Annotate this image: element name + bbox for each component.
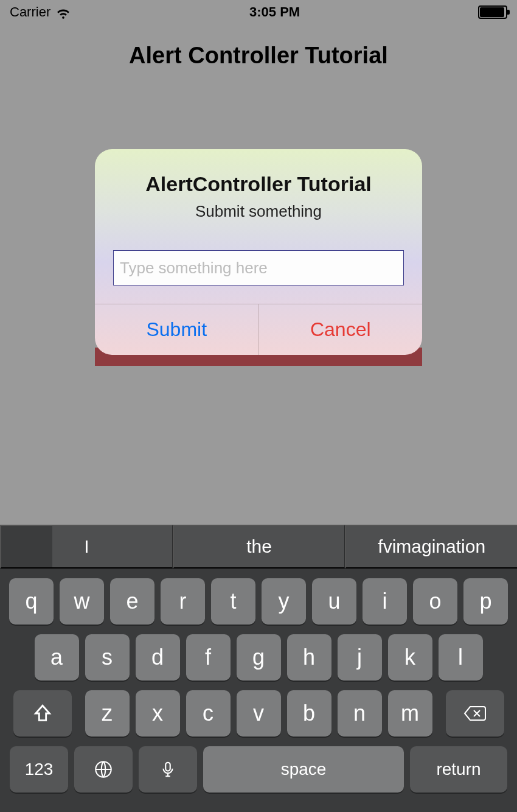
key-c[interactable]: c: [186, 690, 231, 737]
keyboard-row-2: a s d f g h j k l: [5, 634, 512, 681]
globe-icon: [93, 759, 114, 780]
key-u[interactable]: u: [312, 578, 356, 625]
alert-input-wrap: [95, 238, 422, 304]
key-f[interactable]: f: [186, 634, 231, 681]
key-o[interactable]: o: [413, 578, 457, 625]
carrier-label: Carrier: [10, 4, 50, 20]
page-title: Alert Controller Tutorial: [0, 43, 517, 69]
key-j[interactable]: j: [338, 634, 382, 681]
battery-icon: [478, 5, 507, 19]
key-n[interactable]: n: [338, 690, 382, 737]
prediction-2[interactable]: the: [173, 525, 345, 569]
key-i[interactable]: i: [363, 578, 407, 625]
wifi-icon: [55, 4, 71, 20]
key-e[interactable]: e: [110, 578, 154, 625]
keyboard-row-3: z x c v b n m: [5, 690, 512, 737]
keyboard: I the fvimagination q w e r t y u i o p …: [0, 525, 517, 812]
space-key[interactable]: space: [203, 746, 404, 793]
key-r[interactable]: r: [161, 578, 205, 625]
prediction-3[interactable]: fvimagination: [345, 525, 517, 569]
key-a[interactable]: a: [35, 634, 79, 681]
svg-rect-1: [165, 763, 170, 771]
key-q[interactable]: q: [9, 578, 54, 625]
key-p[interactable]: p: [463, 578, 508, 625]
backspace-key[interactable]: [446, 690, 504, 737]
prediction-bar: I the fvimagination: [0, 525, 517, 569]
keyboard-rows: q w e r t y u i o p a s d f g h j k l: [0, 569, 517, 806]
alert-header: AlertController Tutorial Submit somethin…: [95, 149, 422, 238]
key-g[interactable]: g: [237, 634, 281, 681]
key-v[interactable]: v: [237, 690, 281, 737]
cancel-button[interactable]: Cancel: [259, 304, 423, 355]
key-y[interactable]: y: [262, 578, 306, 625]
key-m[interactable]: m: [388, 690, 432, 737]
key-t[interactable]: t: [211, 578, 255, 625]
alert-button-row: Submit Cancel: [95, 304, 422, 355]
return-key[interactable]: return: [410, 746, 507, 793]
status-bar: Carrier 3:05 PM: [0, 0, 517, 24]
key-h[interactable]: h: [287, 634, 331, 681]
key-b[interactable]: b: [287, 690, 331, 737]
key-w[interactable]: w: [60, 578, 104, 625]
alert-dialog: AlertController Tutorial Submit somethin…: [95, 149, 422, 355]
key-z[interactable]: z: [85, 690, 130, 737]
mic-icon: [159, 759, 177, 780]
status-right: [478, 5, 507, 19]
status-left: Carrier: [10, 4, 71, 20]
prediction-1[interactable]: I: [0, 525, 173, 569]
status-time: 3:05 PM: [249, 4, 300, 20]
key-d[interactable]: d: [136, 634, 180, 681]
keyboard-row-4: 123 space return: [5, 746, 512, 793]
key-l[interactable]: l: [439, 634, 483, 681]
key-s[interactable]: s: [85, 634, 130, 681]
mic-key[interactable]: [139, 746, 197, 793]
shift-key[interactable]: [13, 690, 72, 737]
row3-letters: z x c v b n m: [85, 690, 432, 737]
key-k[interactable]: k: [388, 634, 432, 681]
shift-icon: [32, 703, 53, 724]
submit-button[interactable]: Submit: [95, 304, 259, 355]
keyboard-row-1: q w e r t y u i o p: [5, 578, 512, 625]
globe-key[interactable]: [74, 746, 133, 793]
alert-subtitle: Submit something: [113, 202, 404, 221]
alert-title: AlertController Tutorial: [113, 172, 404, 196]
numbers-key[interactable]: 123: [10, 746, 68, 793]
key-x[interactable]: x: [136, 690, 180, 737]
alert-content: AlertController Tutorial Submit somethin…: [95, 149, 422, 355]
backspace-icon: [463, 704, 487, 723]
alert-text-input[interactable]: [113, 250, 404, 285]
